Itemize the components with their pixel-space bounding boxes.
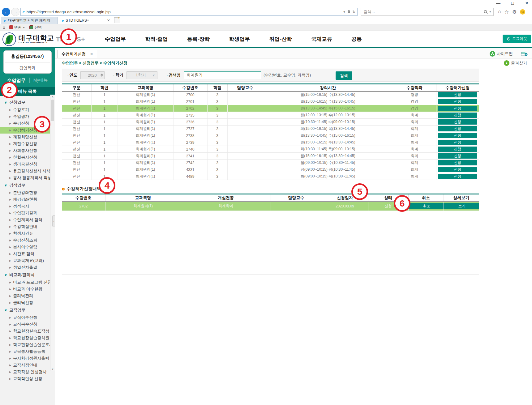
browser-search-box[interactable]: 검색... ▾ xyxy=(361,8,494,16)
scrollbar-thumb[interactable] xyxy=(51,100,54,121)
course-row[interactable]: 전선1회계원리(1)27393월(15:00~16:15) 수(13:30~14… xyxy=(62,139,479,146)
view-button[interactable]: 보기 xyxy=(444,203,479,209)
search-button[interactable]: 검색 xyxy=(336,71,352,80)
sidebar-item[interactable]: ▶수업계획서 검색 xyxy=(0,216,55,223)
search-icon[interactable] xyxy=(484,10,488,14)
sidebar-item[interactable]: ▶학교현장실습출석원 xyxy=(0,335,55,341)
course-row[interactable]: 전선1회계원리(1)27373화(15:00~16:15) 목(13:30~14… xyxy=(62,126,479,132)
sidebar-item[interactable]: ▶학교현장실습표작성 xyxy=(0,328,55,335)
university-logo[interactable] xyxy=(2,32,16,46)
autocomplete-dropdown-icon[interactable]: ▾ xyxy=(343,10,345,14)
forward-button[interactable]: → xyxy=(11,8,19,16)
sidebar-item[interactable]: ▶성적공시 xyxy=(0,203,55,210)
apply-button[interactable]: 신청 xyxy=(438,140,477,145)
sitemap-button[interactable]: 사이트맵 xyxy=(490,51,513,57)
back-button[interactable]: ← xyxy=(2,8,10,16)
sidebar-item[interactable]: ▶생리공결신청 xyxy=(0,161,55,168)
page-tab-close-icon[interactable]: ✕ xyxy=(90,52,93,56)
address-bar[interactable]: e https://tigersstd.daegu.ac.kr/nxrun/ss… xyxy=(20,8,358,16)
apply-button[interactable]: 신청 xyxy=(438,92,477,97)
apply-button[interactable]: 신청 xyxy=(438,133,477,138)
sidebar-item[interactable]: ▶교직복수신청 xyxy=(0,321,55,328)
minimize-icon[interactable]: — xyxy=(496,1,501,6)
browser-tab[interactable]: eSTDTIGERS+✕ xyxy=(59,17,113,24)
sidebar-item[interactable]: ▶클리닉관리 xyxy=(0,292,55,299)
year-spinner[interactable]: 2020 xyxy=(80,71,105,79)
sidebar-item[interactable]: ▶교육봉사활동등록 xyxy=(0,348,55,355)
maximize-icon[interactable]: □ xyxy=(510,1,515,6)
sidebar-item[interactable]: ▶수강신청조회 xyxy=(0,237,55,244)
apply-button[interactable]: 신청 xyxy=(438,153,477,159)
course-row[interactable]: 전선1회계원리(1)27383월(13:30~14:45) 수(15:00~16… xyxy=(62,132,479,139)
semester-select[interactable]: 1학기 ∨ xyxy=(127,71,157,79)
browser-tab[interactable]: e대구대학교 + 메인 페이지 xyxy=(1,17,58,24)
sidebar-section-header[interactable]: ∨검색업무 xyxy=(0,181,55,189)
course-row[interactable]: 전선1회계원리(1)27013월(15:00~16:15) 수(13:30~14… xyxy=(62,98,479,105)
sidebar-item[interactable]: ▶교직적인성 신청 xyxy=(0,375,55,382)
course-row[interactable]: 전선1회계원리(1)27363월(10:30~11:45) 수(09:00~10… xyxy=(62,119,479,126)
sidebar-item[interactable]: ▶무시험검정원서출력 xyxy=(0,355,55,362)
sidebar-item[interactable]: ▶봉사 활동계획서 작성 xyxy=(0,174,55,181)
spinner-arrows-icon[interactable] xyxy=(101,74,103,77)
apply-button[interactable]: 신청 xyxy=(438,167,477,172)
logout-button[interactable]: 로그아웃 xyxy=(503,35,531,43)
search-dropdown-icon[interactable]: ▾ xyxy=(489,10,491,13)
sidebar-section-header[interactable]: ∨비교과/클리닉 xyxy=(0,271,55,279)
sidebar-item[interactable]: ▶폐강강좌현황 xyxy=(0,196,55,203)
nav-item[interactable]: 국제교류 xyxy=(311,36,332,43)
cancel-button[interactable]: 취소 xyxy=(409,203,444,209)
apply-button[interactable]: 신청 xyxy=(438,126,477,131)
select-button[interactable]: 선택 xyxy=(29,25,42,30)
close-all-tabs-button[interactable] xyxy=(521,51,528,56)
apply-button[interactable]: 신청 xyxy=(438,174,477,179)
sidebar-item[interactable]: ▶분반강좌현황 xyxy=(0,189,55,196)
course-row[interactable]: 전선1회계원리(1)27423월(09:00~10:15) 수(10:30~11… xyxy=(62,160,479,166)
sidebar-item[interactable]: ▶비교과 이수현황 xyxy=(0,286,55,292)
course-row[interactable]: 전선1회계원리(1)27023월(13:30~14:45) 수(15:00~16… xyxy=(62,105,479,112)
home-icon[interactable]: ⌂ xyxy=(498,9,501,15)
sidebar-item[interactable]: ▶교직사정안내 xyxy=(0,362,55,369)
sidebar-item[interactable]: ▶봉사이수열람 xyxy=(0,244,55,250)
scroll-down-icon[interactable]: ∨ xyxy=(50,367,55,371)
sidebar-item[interactable]: ▶사회봉사신청 xyxy=(0,147,55,154)
nav-item[interactable]: 등록·장학 xyxy=(187,36,210,43)
favorites-star-icon[interactable]: ☆ xyxy=(504,9,509,15)
sidebar-item[interactable]: ▶교직이수신청 xyxy=(0,314,55,321)
history-row[interactable]: 2702회계원리(1)회계학과2020.03.09신청취소보기 xyxy=(62,202,479,211)
course-row[interactable]: 전선1회계원리(1)27403화(10:30~11:45) 목(09:00~10… xyxy=(62,146,479,153)
sidebar-item[interactable]: ▶유고결석신청서 서식 xyxy=(0,168,55,174)
tab-close-icon[interactable]: ✕ xyxy=(107,18,110,23)
course-row[interactable]: 전선1회계원리(1)43313금(09:00~10:15) 금(10:30~11… xyxy=(62,166,479,173)
nav-item[interactable]: 학생업무 xyxy=(229,36,250,43)
course-row[interactable]: 전선1회계원리(1)27003월(15:00~16:15) 수(13:30~14… xyxy=(62,92,479,98)
nav-item[interactable]: 취업·산학 xyxy=(269,36,292,43)
sidebar-section-header[interactable]: ∨교직업무 xyxy=(0,306,55,314)
sidebar-item[interactable]: ▶학교현장실습설문조사 xyxy=(0,341,55,348)
sidebar-item[interactable]: ▶수강학점안내 xyxy=(0,223,55,230)
sidebar-item[interactable]: ▶교과목개요(교과) xyxy=(0,257,55,264)
nav-item[interactable]: 학적·졸업 xyxy=(145,36,168,43)
course-row[interactable]: 전선1회계원리(1)27353월(12:00~13:15) 수(12:00~13… xyxy=(62,112,479,119)
favorite-button[interactable]: ★ 즐겨찾기 xyxy=(504,60,527,66)
sidebar-item[interactable]: ▶수업평가결과 xyxy=(0,210,55,216)
new-tab-button[interactable] xyxy=(114,17,120,23)
sidebar-item[interactable]: ▶클리닉신청 xyxy=(0,299,55,306)
sidebar-item[interactable]: ▶학생시간표 xyxy=(0,230,55,237)
page-tab[interactable]: 수업허가신청 ✕ xyxy=(58,50,97,58)
course-row[interactable]: 전선1회계원리(1)27413월(15:00~16:15) 수(13:30~14… xyxy=(62,153,479,160)
refresh-icon[interactable]: ↻ xyxy=(353,10,355,14)
apply-button[interactable]: 신청 xyxy=(438,113,477,118)
sidebar-item[interactable]: ▶헌혈봉사신청 xyxy=(0,154,55,161)
sidebar-item[interactable]: ▶계절수강신청 xyxy=(0,140,55,147)
sidebar-item[interactable]: ▶수강포기 xyxy=(0,106,55,113)
sidebar-item[interactable]: ▶취업전자출결 xyxy=(0,264,55,271)
nav-item[interactable]: 수업업무 xyxy=(105,36,126,43)
sidebar-tab-mymenu[interactable]: My메뉴 xyxy=(29,78,52,83)
scroll-up-icon[interactable]: ∧ xyxy=(50,95,55,99)
sidebar-item[interactable]: ▶교직적성·인성검사 xyxy=(0,369,55,375)
sidebar-item[interactable]: ▶계절희망신청 xyxy=(0,134,55,140)
course-row[interactable]: 전선1회계원리(1)44893화(09:00~10:15) 목(10:30~11… xyxy=(62,173,479,180)
apply-button[interactable]: 신청 xyxy=(438,106,477,111)
close-icon[interactable]: ✕ xyxy=(524,1,530,6)
sidebar-item[interactable]: ▶시간표 검색 xyxy=(0,250,55,257)
